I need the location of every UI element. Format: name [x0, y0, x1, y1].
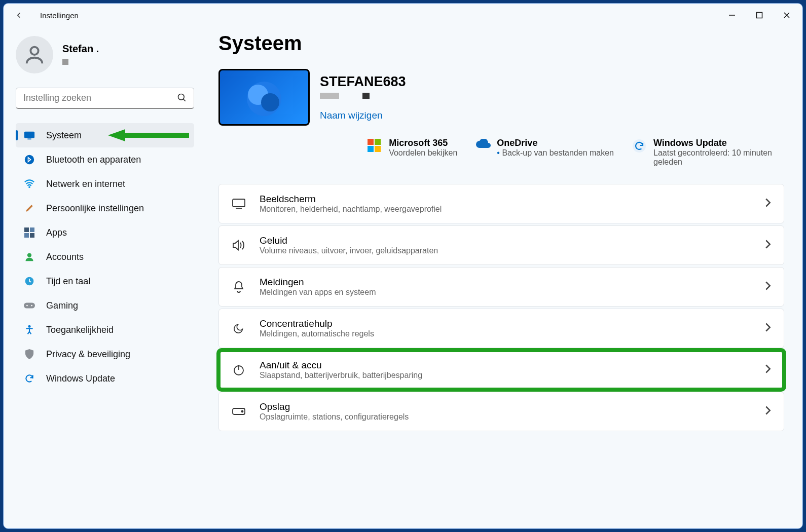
sidebar-item-label: Windows Update — [46, 373, 115, 384]
sidebar-item-label: Gaming — [46, 300, 78, 311]
search-input[interactable] — [16, 88, 194, 109]
apps-icon — [24, 227, 35, 238]
status-onedrive[interactable]: OneDriveBack-up van bestanden maken — [475, 138, 614, 167]
svg-line-4 — [184, 99, 186, 101]
sidebar-item-accounts[interactable]: Accounts — [16, 245, 194, 269]
chevron-right-icon — [764, 198, 772, 210]
sidebar-item-update[interactable]: Windows Update — [16, 366, 194, 391]
sidebar-item-persoonlijk[interactable]: Persoonlijke instellingen — [16, 196, 194, 220]
display-icon — [231, 199, 246, 209]
sidebar-item-bluetooth[interactable]: Bluetooth en apparaten — [16, 147, 194, 172]
window-controls — [718, 6, 800, 24]
accessibility-icon — [24, 324, 35, 335]
storage-icon — [231, 408, 246, 415]
card-opslag[interactable]: OpslagOpslagruimte, stations, configurat… — [218, 392, 784, 431]
svg-rect-5 — [24, 132, 34, 138]
card-title: Opslag — [260, 401, 751, 412]
svg-rect-11 — [24, 227, 29, 232]
wifi-icon — [24, 178, 35, 189]
arrow-left-icon — [14, 11, 23, 20]
svg-point-10 — [28, 186, 30, 188]
sidebar-item-systeem[interactable]: Systeem — [16, 123, 194, 147]
svg-point-9 — [25, 155, 34, 164]
card-title: Geluid — [260, 235, 751, 246]
minimize-button[interactable] — [718, 6, 746, 24]
svg-point-3 — [178, 94, 185, 100]
annotation-arrow-icon — [108, 128, 189, 142]
chevron-right-icon — [764, 239, 772, 251]
sidebar-item-privacy[interactable]: Privacy & beveiliging — [16, 342, 194, 366]
svg-point-24 — [633, 139, 646, 153]
svg-rect-1 — [757, 13, 762, 18]
rename-link[interactable]: Naam wijzigen — [320, 110, 406, 121]
status-title: Microsoft 365 — [389, 138, 457, 148]
chevron-right-icon — [764, 364, 772, 376]
search-icon — [177, 93, 187, 105]
card-sub: Meldingen van apps en systeem — [260, 288, 751, 297]
status-grid: Microsoft 365Voordelen bekijken OneDrive… — [368, 138, 784, 167]
sidebar-item-gaming[interactable]: Gaming — [16, 293, 194, 318]
device-row: STEFANE683 Naam wijzigen Microsoft 365Vo… — [218, 69, 784, 167]
device-block: STEFANE683 Naam wijzigen — [218, 69, 406, 126]
card-concentratie[interactable]: ConcentratiehulpMeldingen, automatische … — [218, 309, 784, 348]
card-sub: Volume niveaus, uitvoer, invoer, geluids… — [260, 246, 751, 255]
shield-icon — [24, 349, 35, 360]
card-sub: Monitoren, helderheid, nachtlamp, weerga… — [260, 205, 751, 214]
close-button[interactable] — [773, 6, 800, 24]
device-thumbnail — [218, 69, 310, 126]
card-sub: Slaapstand, batterijverbruik, batterijbe… — [260, 371, 751, 380]
close-icon — [783, 12, 790, 19]
status-update[interactable]: Windows UpdateLaatst gecontroleerd: 10 m… — [632, 138, 784, 167]
sidebar-item-label: Apps — [46, 227, 67, 238]
status-sub: Back-up van bestanden maken — [497, 148, 614, 158]
profile-name: Stefan . — [62, 43, 99, 55]
system-icon — [24, 130, 35, 141]
svg-point-30 — [242, 411, 243, 412]
avatar — [16, 36, 53, 73]
status-title: Windows Update — [653, 138, 784, 148]
settings-window: Instellingen Stefan . — [3, 3, 803, 529]
svg-point-20 — [28, 325, 31, 328]
power-icon — [231, 364, 246, 376]
sidebar-item-label: Toegankelijkheid — [46, 325, 114, 335]
chevron-right-icon — [764, 322, 772, 334]
svg-rect-12 — [30, 227, 34, 232]
update-circle-icon — [632, 139, 646, 153]
sidebar-item-apps[interactable]: Apps — [16, 220, 194, 245]
sidebar-item-label: Systeem — [46, 130, 82, 141]
profile-block[interactable]: Stefan . — [16, 36, 194, 73]
sidebar-item-label: Tijd en taal — [46, 276, 90, 287]
card-title: Concentratiehulp — [260, 318, 751, 329]
maximize-button[interactable] — [746, 6, 773, 24]
sidebar-item-toegankelijkheid[interactable]: Toegankelijkheid — [16, 318, 194, 342]
app-title: Instellingen — [40, 11, 79, 20]
sidebar-item-label: Persoonlijke instellingen — [46, 203, 144, 214]
svg-point-18 — [26, 305, 28, 307]
device-meta — [320, 93, 406, 99]
device-name: STEFANE683 — [320, 74, 406, 90]
svg-rect-25 — [233, 199, 245, 207]
svg-rect-17 — [24, 303, 35, 309]
back-button[interactable] — [10, 6, 28, 24]
sidebar-item-netwerk[interactable]: Netwerk en internet — [16, 172, 194, 196]
svg-rect-6 — [27, 138, 31, 139]
moon-icon — [231, 323, 246, 334]
status-m365[interactable]: Microsoft 365Voordelen bekijken — [368, 138, 457, 167]
person-fill-icon — [24, 251, 35, 262]
card-aanuit[interactable]: Aan/uit & accuSlaapstand, batterijverbru… — [218, 350, 784, 390]
card-meldingen[interactable]: MeldingenMeldingen van apps en systeem — [218, 267, 784, 307]
svg-point-15 — [27, 253, 31, 257]
card-title: Beeldscherm — [260, 194, 751, 205]
card-sub: Meldingen, automatische regels — [260, 329, 751, 338]
chevron-right-icon — [764, 405, 772, 417]
sidebar-item-label: Bluetooth en apparaten — [46, 155, 141, 165]
card-beeldscherm[interactable]: BeeldschermMonitoren, helderheid, nachtl… — [218, 184, 784, 223]
person-icon — [23, 43, 46, 66]
card-geluid[interactable]: GeluidVolume niveaus, uitvoer, invoer, g… — [218, 225, 784, 265]
maximize-icon — [756, 12, 763, 19]
sidebar-item-label: Netwerk en internet — [46, 179, 125, 189]
bell-icon — [231, 281, 246, 293]
nav-list: Systeem Bluetooth en apparaten Netwerk e… — [16, 123, 194, 391]
sidebar-item-tijd[interactable]: Tijd en taal — [16, 269, 194, 293]
update-icon — [24, 373, 35, 384]
